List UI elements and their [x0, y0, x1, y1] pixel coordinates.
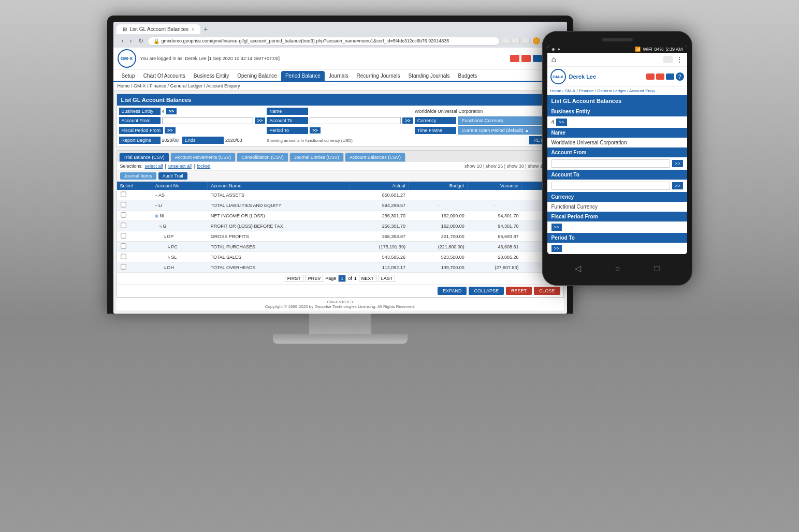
- row-select[interactable]: [117, 200, 152, 211]
- nav-budgets[interactable]: Budgets: [454, 71, 482, 81]
- phone-back-btn[interactable]: ◁: [575, 263, 581, 273]
- monitor-neck: [309, 314, 371, 334]
- csv-tab-account-balances[interactable]: Account Balances (CSV): [345, 153, 405, 162]
- phone-input-account-to[interactable]: [551, 182, 670, 190]
- phone-home-circle-btn[interactable]: ○: [615, 264, 620, 273]
- nav-journals[interactable]: Journals: [325, 71, 353, 81]
- minimize-btn[interactable]: –: [533, 37, 540, 45]
- phone-input-account-from[interactable]: [551, 159, 670, 168]
- tree-expand-icon[interactable]: ⊞: [155, 214, 158, 218]
- phone-header-icons: ?: [646, 72, 684, 81]
- nav-period-balance[interactable]: Period Balance: [281, 71, 325, 81]
- icon-red-1[interactable]: [510, 55, 519, 62]
- row-budget: -: [409, 200, 468, 211]
- time-frame-field: Time Frame Current Open Period (default)…: [415, 126, 561, 135]
- breadcrumb: Home / GM-X / Finance / General Ledger /…: [113, 82, 567, 91]
- wifi-strength-icon: WiFi: [643, 47, 652, 52]
- collapse-btn[interactable]: COLLAPSE: [469, 287, 504, 295]
- phone-btn-business-entity[interactable]: >>: [556, 119, 567, 126]
- phone-field-name: Name Worldwide Universal Corporation: [547, 128, 687, 147]
- account-from-field: Account From >>: [119, 116, 266, 125]
- row-account-no: +AS: [152, 190, 207, 200]
- nav-setup[interactable]: Setup: [118, 71, 139, 81]
- first-btn[interactable]: FIRST: [285, 275, 303, 282]
- refresh-btn[interactable]: ↻: [136, 36, 146, 46]
- next-btn[interactable]: NEXT: [359, 275, 376, 282]
- row-variance: (27,607.83): [468, 262, 522, 273]
- csv-tab-account-movements[interactable]: Account Movements (CSV): [170, 153, 236, 162]
- close-btn[interactable]: CLOSE: [534, 287, 560, 295]
- new-tab-btn[interactable]: +: [200, 24, 211, 34]
- th-actual: Actual: [350, 182, 409, 190]
- nav-chart-of-accounts[interactable]: Chart Of Accounts: [139, 71, 190, 81]
- phone-btn-fiscal-period-from[interactable]: >>: [551, 224, 562, 231]
- phone-control-1[interactable]: [663, 56, 673, 63]
- phone-help-btn[interactable]: ?: [676, 72, 684, 81]
- last-btn[interactable]: LAST: [379, 275, 396, 282]
- phone-icon-blue-1[interactable]: [666, 73, 674, 80]
- current-page-btn[interactable]: 1: [338, 275, 346, 282]
- page-title: List GL Account Balances: [117, 94, 563, 106]
- url-bar[interactable]: 🔒 gmxdemo.geoprise.com/gmx/finance-gl/gl…: [148, 37, 500, 46]
- row-actual: 368,393.87: [350, 231, 409, 242]
- business-entity-btn[interactable]: >>: [166, 108, 177, 114]
- phone-icon-red-1[interactable]: [646, 73, 655, 80]
- reset-btn[interactable]: RESET: [506, 287, 532, 295]
- nav-recurring-journals[interactable]: Recurring Journals: [353, 71, 404, 81]
- row-account-no: ↳PC: [152, 242, 207, 252]
- icon-red-2[interactable]: [521, 55, 531, 62]
- account-from-btn[interactable]: >>: [255, 117, 266, 124]
- account-to-btn[interactable]: >>: [402, 117, 413, 124]
- forward-btn[interactable]: ›: [128, 36, 134, 46]
- row-variance: [468, 190, 522, 200]
- nav-standing-journals[interactable]: Standing Journals: [404, 71, 454, 81]
- tree-expand-icon[interactable]: +: [155, 203, 157, 208]
- phone-icon-red-2[interactable]: [656, 73, 664, 80]
- row-variance: 66,693.87: [468, 231, 522, 242]
- select-all-link[interactable]: select all: [145, 164, 163, 169]
- phone-btn-account-to[interactable]: >>: [672, 182, 683, 189]
- phone-menu-btn[interactable]: ⋮: [676, 55, 683, 64]
- phone-btn-period-to[interactable]: >>: [551, 245, 562, 252]
- tab-title: List GL Account Balances: [130, 26, 189, 32]
- icon-blue-1[interactable]: [533, 55, 542, 62]
- profile-icon[interactable]: [521, 38, 530, 44]
- business-entity-label: Business Entity: [119, 108, 161, 115]
- csv-tab-consolidation[interactable]: Consolidation (CSV): [237, 153, 288, 162]
- tab-close-btn[interactable]: ×: [192, 27, 194, 32]
- csv-tab-journal-entries[interactable]: Journal Entries (CSV): [289, 153, 344, 162]
- nav-opening-balance[interactable]: Opening Balance: [233, 71, 281, 81]
- monitor-bezel: ⊞ List GL Account Balances × + ‹ › ↻ 🔒 g…: [107, 16, 573, 314]
- row-select[interactable]: [117, 231, 152, 242]
- account-to-input[interactable]: [310, 117, 401, 124]
- browser-chrome: ⊞ List GL Account Balances × + ‹ › ↻ 🔒 g…: [113, 22, 567, 48]
- row-budget: (221,800.00): [409, 242, 468, 252]
- browser-tab-active[interactable]: ⊞ List GL Account Balances ×: [117, 24, 201, 34]
- row-select[interactable]: [117, 242, 152, 252]
- phone-recent-btn[interactable]: □: [655, 264, 660, 273]
- row-select[interactable]: [117, 190, 152, 200]
- nav-business-entity[interactable]: Business Entity: [190, 71, 233, 81]
- row-select[interactable]: [117, 221, 152, 231]
- csv-tab-trial-balance[interactable]: Trial Balance (CSV): [119, 153, 169, 162]
- row-account-no: ⊞NI: [152, 211, 207, 221]
- row-select[interactable]: [117, 252, 152, 262]
- extensions-icon[interactable]: [512, 38, 520, 44]
- row-select[interactable]: [117, 262, 152, 273]
- fiscal-period-from-btn[interactable]: >>: [165, 127, 176, 134]
- expand-btn[interactable]: EXPAND: [438, 287, 467, 295]
- sub-tab-audit-trail[interactable]: Audit Trail: [158, 172, 187, 180]
- period-to-btn[interactable]: >>: [310, 127, 321, 134]
- prev-btn[interactable]: PREV: [306, 275, 324, 282]
- phone-home-icon[interactable]: ⌂: [551, 55, 557, 64]
- bookmark-icon[interactable]: [502, 38, 510, 44]
- phone-btn-account-from[interactable]: >>: [672, 160, 683, 167]
- unselect-all-link[interactable]: unselect all: [168, 164, 192, 169]
- locked-link[interactable]: locked: [197, 164, 210, 169]
- row-select[interactable]: [117, 211, 152, 221]
- tree-expand-icon[interactable]: +: [155, 193, 157, 198]
- back-btn[interactable]: ‹: [120, 36, 126, 46]
- account-from-input[interactable]: [162, 117, 253, 124]
- sub-tab-journal-items[interactable]: Journal Items: [120, 172, 156, 180]
- row-account-no: ↳G: [152, 221, 207, 231]
